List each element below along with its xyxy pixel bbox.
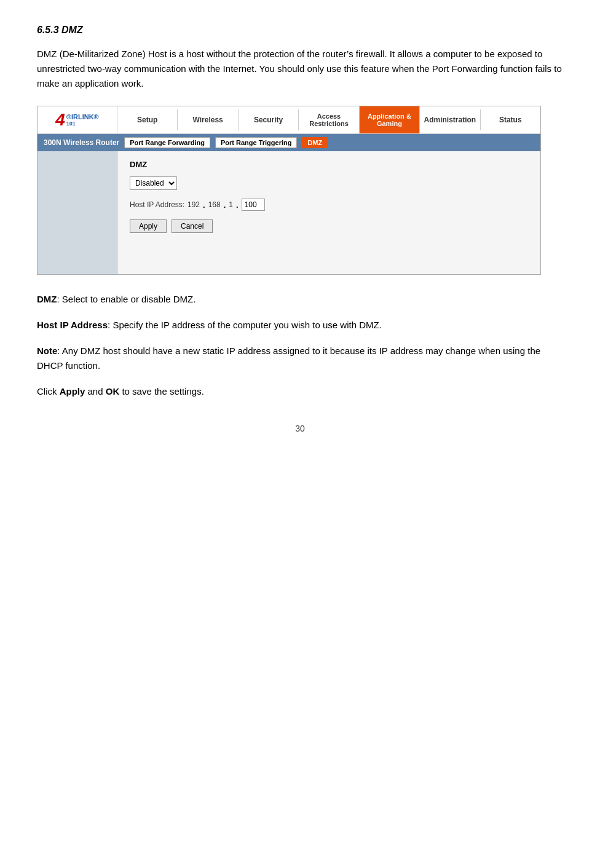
- nav-bar: Setup Wireless Security AccessRestrictio…: [117, 106, 540, 133]
- ip-dot-1: .: [203, 200, 205, 210]
- section-title: 6.5.3 DMZ: [37, 25, 563, 36]
- ip-part-2: 168: [208, 200, 221, 209]
- button-row: Apply Cancel: [130, 219, 528, 233]
- router-main: DMZ Disabled Enabled Host IP Address: 19…: [117, 151, 540, 274]
- dmz-description: DMZ: Select to enable or disable DMZ.: [37, 292, 563, 307]
- host-ip-label: Host IP Address:: [130, 200, 185, 209]
- host-ip-desc-text: : Specify the IP address of the computer…: [108, 320, 382, 330]
- cancel-button[interactable]: Cancel: [172, 219, 213, 233]
- nav-setup[interactable]: Setup: [117, 109, 178, 130]
- ip-dot-3: .: [236, 200, 239, 210]
- router-logo: 4 ®IRLINK® 101: [38, 106, 117, 133]
- and-text: and: [85, 386, 105, 397]
- nav-wireless[interactable]: Wireless: [178, 109, 238, 130]
- subtab-port-range-triggering[interactable]: Port Range Triggering: [215, 137, 298, 148]
- nav-access-restrictions[interactable]: AccessRestrictions: [299, 106, 359, 133]
- router-content: DMZ Disabled Enabled Host IP Address: 19…: [38, 151, 540, 274]
- host-ip-row: Host IP Address: 192 . 168 . 1 .: [130, 199, 528, 211]
- router-nav: 4 ®IRLINK® 101 Setup Wireless Security A…: [38, 106, 540, 134]
- dmz-enable-select[interactable]: Disabled Enabled: [130, 176, 177, 190]
- ip-part-1: 192: [188, 200, 200, 209]
- router-title-bar: 300N Wireless Router Port Range Forwardi…: [38, 134, 540, 151]
- host-ip-description: Host IP Address: Specify the IP address …: [37, 318, 563, 333]
- host-ip-term: Host IP Address: [37, 320, 108, 330]
- dmz-colon: : Select to enable or disable DMZ.: [57, 294, 196, 304]
- ip-dot-2: .: [224, 200, 226, 210]
- nav-application-gaming[interactable]: Application &Gaming: [360, 106, 420, 133]
- dmz-heading: DMZ: [130, 160, 528, 169]
- dmz-select-row: Disabled Enabled: [130, 176, 528, 190]
- router-screenshot: 4 ®IRLINK® 101 Setup Wireless Security A…: [37, 106, 541, 275]
- apply-instruction: Click Apply and OK to save the settings.: [37, 384, 563, 399]
- nav-security[interactable]: Security: [239, 109, 299, 130]
- ip-part-3: 1: [229, 200, 233, 209]
- router-model-label: 300N Wireless Router: [44, 138, 119, 147]
- subtab-port-range-forwarding[interactable]: Port Range Forwarding: [124, 137, 210, 148]
- note-section: Note: Any DMZ host should have a new sta…: [37, 344, 563, 373]
- logo-sub: 101: [66, 120, 99, 127]
- note-term: Note: [37, 345, 57, 356]
- dmz-term: DMZ: [37, 294, 57, 304]
- router-sidebar: [38, 151, 117, 274]
- subtab-dmz[interactable]: DMZ: [302, 137, 328, 148]
- apply-button[interactable]: Apply: [130, 219, 167, 233]
- note-text: : Any DMZ host should have a new static …: [37, 345, 540, 371]
- intro-paragraph: DMZ (De-Militarized Zone) Host is a host…: [37, 47, 563, 91]
- logo-number: 4: [55, 110, 65, 130]
- ok-bold: OK: [106, 386, 120, 397]
- apply-bold: Apply: [60, 386, 85, 397]
- click-text: Click: [37, 386, 60, 397]
- nav-status[interactable]: Status: [481, 109, 540, 130]
- page-number: 30: [37, 424, 563, 433]
- ip-last-octet-input[interactable]: [242, 199, 265, 211]
- nav-administration[interactable]: Administration: [420, 109, 480, 130]
- to-save-text: to save the settings.: [119, 386, 204, 397]
- logo-brand: ®IRLINK®: [66, 113, 99, 120]
